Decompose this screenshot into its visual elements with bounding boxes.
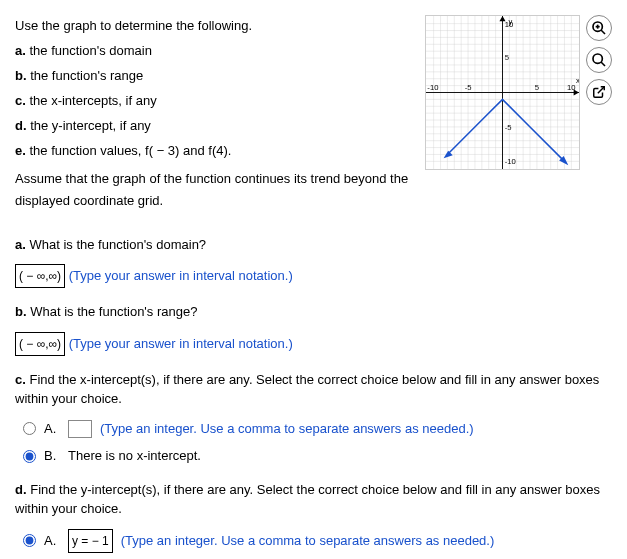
svg-line-62 [598,87,604,93]
question-b: b. What is the function's range? ( − ∞,∞… [15,302,612,356]
intro-header: Use the graph to determine the following… [15,15,410,37]
range-hint: (Type your answer in interval notation.) [69,336,293,351]
svg-text:-10: -10 [427,83,438,92]
q-a-prompt: What is the function's domain? [29,237,206,252]
question-c: c. Find the x-intercept(s), if there are… [15,370,612,466]
problem-statement: Use the graph to determine the following… [15,15,410,215]
intro-e: e. the function values, f( − 3) and f(4)… [15,140,410,162]
q-c-prompt: Find the x-intercept(s), if there are an… [15,372,599,407]
qc-choice-a-radio[interactable] [23,422,36,435]
q-d-prompt: Find the y-intercept(s), if there are an… [15,482,600,517]
intro-d: d. the y-intercept, if any [15,115,410,137]
svg-text:10: 10 [567,83,575,92]
qd-choice-a-radio[interactable] [23,534,36,547]
qd-a-answer-box[interactable]: y = − 1 [68,529,113,553]
popout-button[interactable] [586,79,612,105]
svg-text:-5: -5 [465,83,472,92]
domain-answer-box[interactable]: ( − ∞,∞) [15,264,65,288]
qc-a-hint: (Type an integer. Use a comma to separat… [100,419,474,439]
choice-letter: A. [44,531,60,551]
svg-text:5: 5 [505,53,509,62]
question-d: d. Find the y-intercept(s), if there are… [15,480,612,559]
zoom-in-button[interactable] [586,15,612,41]
domain-hint: (Type your answer in interval notation.) [69,268,293,283]
choice-letter: B. [44,446,60,466]
zoom-out-button[interactable] [586,47,612,73]
intro-b: b. the function's range [15,65,410,87]
svg-line-61 [601,62,605,66]
magnify-plus-icon [591,20,607,36]
intro-footer: Assume that the graph of the function co… [15,168,410,212]
choice-letter: A. [44,419,60,439]
svg-text:y: y [509,17,513,26]
intro-c: c. the x-intercepts, if any [15,90,410,112]
qd-a-hint: (Type an integer. Use a comma to separat… [121,531,495,551]
svg-line-57 [601,30,605,34]
svg-point-60 [593,54,602,63]
qc-a-input[interactable] [68,420,92,438]
intro-a: a. the function's domain [15,40,410,62]
svg-text:-10: -10 [505,157,516,166]
external-link-icon [592,85,606,99]
range-answer-box[interactable]: ( − ∞,∞) [15,332,65,356]
magnify-icon [591,52,607,68]
svg-text:x: x [576,76,579,85]
qc-choice-b-radio[interactable] [23,450,36,463]
q-b-prompt: What is the function's range? [30,304,197,319]
question-a: a. What is the function's domain? ( − ∞,… [15,235,612,289]
svg-text:-5: -5 [505,123,512,132]
qc-b-text: There is no x-intercept. [68,446,201,466]
function-graph[interactable]: -10 -5 5 10 10 5 -5 -10 x y [425,15,580,170]
svg-text:5: 5 [535,83,539,92]
